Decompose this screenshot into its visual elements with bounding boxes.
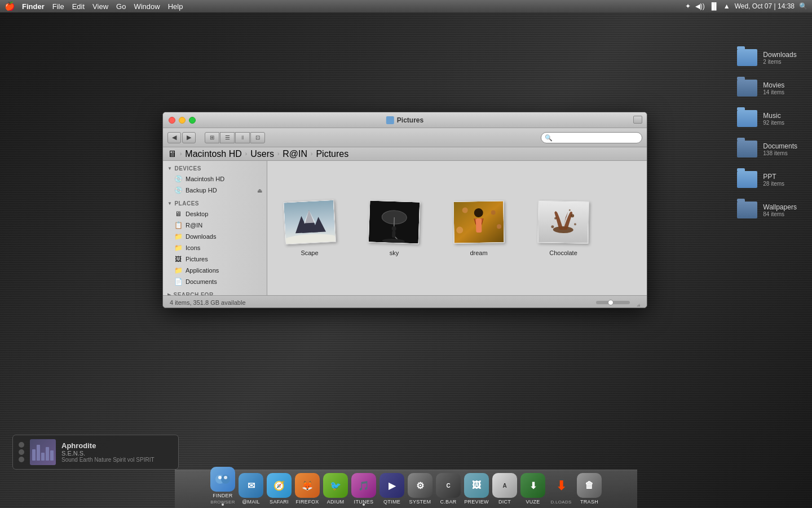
applications-icon: 📁	[174, 266, 182, 274]
desktop-icon-ppt[interactable]: PPT 28 items	[734, 167, 801, 192]
menubar-volume[interactable]: ◀))	[695, 2, 705, 10]
desktop-icon-downloads[interactable]: Downloads 2 items	[734, 45, 801, 70]
eject-button[interactable]: ⏏	[257, 187, 262, 194]
dock-item-download[interactable]: ⬇ D.LOADS	[549, 474, 573, 505]
menubar-items: Finder File Edit View Go Window Help	[22, 2, 685, 11]
view-list-button[interactable]: ☰	[220, 132, 235, 143]
sidebar-item-icons[interactable]: 📁 Icons	[163, 242, 267, 253]
dock-item-adium[interactable]: 🐦 ADIUM	[323, 473, 348, 505]
sidebar-item-documents[interactable]: 📄 Documents	[163, 276, 267, 287]
menu-view[interactable]: View	[92, 2, 108, 11]
view-icon-button[interactable]: ⊞	[205, 132, 219, 143]
devices-header[interactable]: ▼ DEVICES	[163, 161, 267, 173]
movies-folder-shape	[737, 80, 757, 97]
dock-item-itunes[interactable]: 🎵 iTUNES	[351, 473, 376, 505]
forward-button[interactable]: ▶	[182, 132, 196, 143]
menubar-search[interactable]: 🔍	[799, 2, 807, 10]
dict-dock-label: DICT	[498, 499, 511, 505]
file-item-dream[interactable]: dream	[448, 200, 510, 256]
minimize-button[interactable]	[179, 117, 186, 124]
np-minimize[interactable]	[19, 449, 24, 455]
sidebar-item-pictures[interactable]: 🖼 Pictures	[163, 253, 267, 265]
music-label: Music	[763, 112, 784, 120]
sidebar-item-applications[interactable]: 📁 Applications	[163, 265, 267, 276]
preview-dock-label: PREVIEW	[464, 499, 489, 505]
np-expand[interactable]	[19, 457, 24, 462]
menubar-battery[interactable]: ▐▌	[709, 2, 719, 10]
desktop-icon-wallpapers-info: Wallpapers 84 items	[763, 203, 797, 217]
dock-item-quicktime[interactable]: ▶ QTIME	[379, 473, 404, 505]
desktop-icon-music[interactable]: Music 92 items	[734, 106, 801, 131]
search-input[interactable]	[541, 132, 642, 143]
search-bar: 🔍	[541, 132, 642, 143]
maximize-button[interactable]	[189, 117, 196, 124]
zoom-controls	[596, 299, 640, 306]
dock-item-trash[interactable]: 🗑 TRASH	[577, 473, 602, 505]
desktop-icon-documents[interactable]: Documents 138 items	[734, 137, 801, 161]
places-header[interactable]: ▼ PLACES	[163, 196, 267, 208]
ppt-folder-shape	[737, 171, 757, 188]
search-for-header[interactable]: ▶ SEARCH FOR	[163, 287, 267, 295]
titlebar: Pictures	[163, 112, 647, 128]
breadcrumb-pictures[interactable]: Pictures	[316, 149, 348, 159]
sky-label: sky	[390, 249, 399, 256]
dock-item-finder[interactable]: FINDER BROWSER	[210, 467, 235, 505]
sidebar-item-desktop[interactable]: 🖥 Desktop	[163, 208, 267, 220]
np-close[interactable]	[19, 442, 24, 448]
dock-item-mail[interactable]: ✉ @MAIL	[239, 473, 263, 505]
zoom-dot[interactable]	[608, 300, 614, 305]
menu-window[interactable]: Window	[134, 2, 160, 11]
menu-go[interactable]: Go	[116, 2, 126, 11]
menu-file[interactable]: File	[52, 2, 64, 11]
menubar-datetime: Wed, Oct 07 | 14:38	[735, 2, 795, 10]
breadcrumb-macintosh[interactable]: Macintosh HD	[185, 149, 241, 159]
desktop-icon-movies[interactable]: Movies 14 items	[734, 76, 801, 100]
menubar-bluetooth[interactable]: ✦	[685, 2, 691, 10]
dock-item-dict[interactable]: A DICT	[492, 473, 517, 505]
view-coverflow-button[interactable]: ⊡	[250, 132, 265, 143]
menu-help[interactable]: Help	[168, 2, 183, 11]
breadcrumb-home[interactable]: 🖥	[167, 149, 176, 159]
places-arrow: ▼	[167, 201, 172, 206]
firefox-icon: 🦊	[295, 473, 320, 498]
dock-item-system[interactable]: ⚙ SYSTEM	[408, 473, 433, 505]
system-icon: ⚙	[408, 473, 433, 498]
resize-handle[interactable]	[632, 299, 640, 306]
breadcrumb-rain[interactable]: R@IN	[283, 149, 307, 159]
finder-running-dot	[222, 503, 224, 506]
icons-icon: 📁	[174, 244, 182, 252]
dock-item-cbar[interactable]: C C.BAR	[436, 473, 461, 505]
sidebar-item-downloads[interactable]: 📁 Downloads	[163, 231, 267, 242]
menu-edit[interactable]: Edit	[72, 2, 85, 11]
scape-thumbnail	[281, 200, 338, 245]
close-button[interactable]	[169, 117, 175, 124]
collapse-button[interactable]	[633, 116, 642, 124]
file-item-chocolate[interactable]: Chocolate	[532, 200, 594, 256]
back-button[interactable]: ◀	[167, 132, 181, 143]
np-album: Sound Earth Nature Spirit vol SPIRIT	[61, 457, 173, 463]
breadcrumb-users[interactable]: Users	[250, 149, 274, 159]
sidebar-item-macintosh-hd[interactable]: 💿 Macintosh HD	[163, 173, 267, 185]
menu-finder[interactable]: Finder	[22, 2, 45, 11]
view-column-button[interactable]: ⫴	[235, 132, 250, 143]
np-title: Aphrodite	[61, 441, 173, 450]
dock-item-vuze[interactable]: ⬇ VUZE	[520, 473, 545, 505]
dock-item-firefox[interactable]: 🦊 FIREFOX	[295, 473, 320, 505]
desktop-icon-wallpapers[interactable]: Wallpapers 84 items	[734, 198, 801, 222]
mail-dock-label: @MAIL	[242, 499, 260, 505]
eq-bar-4	[46, 447, 49, 461]
file-item-sky[interactable]: sky	[363, 200, 425, 256]
zoom-slider[interactable]	[596, 301, 630, 304]
apple-menu[interactable]: 🍎	[5, 1, 15, 11]
sidebar-item-backup-hd[interactable]: 💿 Backup HD ⏏	[163, 185, 267, 196]
wallpapers-folder-icon	[737, 200, 757, 220]
downloads-sub: 2 items	[763, 59, 796, 65]
dock-item-safari[interactable]: 🧭 SAFARI	[267, 473, 292, 505]
dock-item-preview[interactable]: 🖼 PREVIEW	[464, 473, 489, 505]
file-item-scape[interactable]: Scape	[279, 200, 341, 256]
menubar-wifi[interactable]: ▲	[723, 2, 730, 10]
cbar-dock-label: C.BAR	[440, 499, 456, 505]
svg-rect-20	[538, 201, 588, 243]
window-title: Pictures	[386, 116, 423, 124]
sidebar-item-rain[interactable]: 📋 R@IN	[163, 220, 267, 231]
